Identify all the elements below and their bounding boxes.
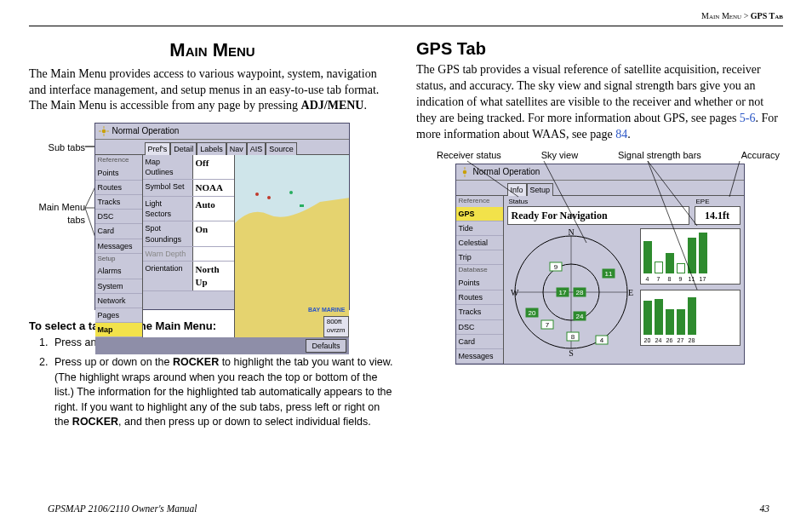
sidebar-item-system[interactable]: System bbox=[95, 279, 142, 294]
signal-bar-8 bbox=[666, 253, 674, 273]
setting-value[interactable]: Auto bbox=[192, 197, 234, 221]
sidebar-item-alarms[interactable]: Alarms bbox=[95, 264, 142, 279]
satellite-icon bbox=[460, 167, 470, 177]
signal-bar-28 bbox=[688, 297, 696, 335]
subtab-nav[interactable]: Nav bbox=[226, 142, 247, 155]
sidebar-item-messages[interactable]: Messages bbox=[456, 349, 503, 364]
sidebar-group: Reference bbox=[95, 155, 142, 166]
window-normal-operation: Normal Operation Pref'sDetailLabelsNavAI… bbox=[94, 123, 350, 310]
svg-text:24: 24 bbox=[575, 313, 583, 320]
svg-point-6 bbox=[255, 193, 259, 196]
setting-label: Spot Soundings bbox=[143, 221, 192, 245]
window2-title: Normal Operation bbox=[473, 166, 540, 178]
setting-label: Orientation bbox=[143, 262, 192, 290]
breadcrumb-path: Main Menu > bbox=[701, 11, 751, 20]
link-page-84[interactable]: 84 bbox=[615, 128, 627, 141]
setting-value[interactable]: North Up bbox=[192, 262, 234, 290]
sidebar-item-routes[interactable]: Routes bbox=[95, 181, 142, 195]
figure-gps-tab: Receiver status Sky view Signal strength… bbox=[416, 149, 783, 364]
sidebar-item-points[interactable]: Points bbox=[456, 276, 503, 290]
sidebar-item-network[interactable]: Network bbox=[95, 294, 142, 308]
signal-bars-bottom: 2024262728 bbox=[640, 290, 741, 346]
setting-value[interactable]: On bbox=[192, 221, 234, 245]
page-number: 43 bbox=[760, 503, 770, 514]
svg-text:9: 9 bbox=[553, 263, 558, 271]
setting-value[interactable]: Off bbox=[192, 155, 234, 179]
compass-w: W bbox=[511, 288, 519, 297]
svg-text:11: 11 bbox=[604, 270, 612, 278]
signal-bar-4 bbox=[643, 241, 652, 273]
window2-titlebar: Normal Operation bbox=[456, 164, 744, 181]
subtab-setup[interactable]: Setup bbox=[527, 183, 554, 196]
setting-value[interactable]: NOAA bbox=[192, 180, 234, 196]
subtab-ais[interactable]: AIS bbox=[247, 142, 266, 155]
sidebar-item-gps[interactable]: GPS bbox=[456, 207, 503, 221]
svg-point-8 bbox=[289, 191, 293, 194]
label-signal-bars: Signal strength bars bbox=[618, 149, 701, 162]
compass-e: E bbox=[628, 288, 633, 297]
epe-value: 14.1ft bbox=[695, 206, 741, 225]
subtabs-row: Pref'sDetailLabelsNavAISSource bbox=[95, 140, 349, 154]
manual-title: GPSMAP 2106/2110 Owner's Manual bbox=[48, 503, 197, 514]
label-sky-view: Sky view bbox=[541, 149, 578, 162]
signal-bar-24 bbox=[655, 299, 663, 335]
window-title: Normal Operation bbox=[112, 125, 180, 137]
setting-label: Map Outlines bbox=[143, 155, 192, 179]
svg-text:4: 4 bbox=[599, 336, 603, 344]
map-scale: 800ft ovrzm bbox=[323, 316, 349, 338]
subtab-labels[interactable]: Labels bbox=[197, 142, 226, 155]
svg-text:17: 17 bbox=[558, 289, 566, 296]
heading-main-menu: Main Menu bbox=[29, 37, 396, 63]
sky-view: N S W E 91117282072484 bbox=[507, 228, 635, 356]
label-accuracy: Accuracy bbox=[741, 149, 780, 162]
sidebar-item-celestial[interactable]: Celestial bbox=[456, 236, 503, 250]
sidebar-item-tracks[interactable]: Tracks bbox=[456, 305, 503, 319]
sidebar-item-dsc[interactable]: DSC bbox=[95, 210, 142, 224]
sidebar-item-routes[interactable]: Routes bbox=[456, 290, 503, 305]
epe-label: EPE bbox=[696, 198, 710, 207]
gps-sidebar: ReferenceGPSTideCelestialTripDatabasePoi… bbox=[456, 196, 504, 364]
svg-rect-9 bbox=[300, 204, 304, 207]
subtab-detail[interactable]: Detail bbox=[170, 142, 197, 155]
sidebar-item-messages[interactable]: Messages bbox=[95, 239, 142, 254]
svg-text:20: 20 bbox=[528, 309, 535, 317]
svg-text:28: 28 bbox=[575, 289, 583, 296]
heading-gps-tab: GPS Tab bbox=[416, 37, 783, 60]
defaults-button[interactable]: Defaults bbox=[306, 339, 346, 353]
sidebar-item-pages[interactable]: Pages bbox=[95, 308, 142, 323]
sidebar-item-card[interactable]: Card bbox=[95, 224, 142, 239]
sidebar-item-tracks[interactable]: Tracks bbox=[95, 195, 142, 210]
sidebar-item-tide[interactable]: Tide bbox=[456, 221, 503, 236]
sidebar-item-map[interactable]: Map bbox=[95, 323, 142, 337]
figure-main-menu: Sub tabs Main Menu tabs Normal Operation bbox=[29, 123, 396, 310]
sidebar-item-dsc[interactable]: DSC bbox=[456, 320, 503, 335]
svg-text:8: 8 bbox=[570, 333, 575, 341]
subtab-info[interactable]: Info bbox=[507, 183, 527, 196]
map-shapes bbox=[235, 155, 349, 337]
signal-bar-11 bbox=[688, 238, 696, 273]
signal-bar-9 bbox=[677, 263, 685, 273]
setting-value[interactable] bbox=[192, 247, 234, 261]
subtab-prefs[interactable]: Pref's bbox=[145, 142, 171, 155]
page-footer: GPSMAP 2106/2110 Owner's Manual 43 bbox=[48, 503, 769, 514]
status-value: Ready For Navigation bbox=[507, 206, 689, 225]
svg-point-7 bbox=[267, 196, 271, 199]
settings-panel: Map OutlinesOffSymbol SetNOAALight Secto… bbox=[143, 155, 235, 337]
signal-bar-20 bbox=[643, 301, 652, 335]
signal-bar-27 bbox=[677, 309, 685, 335]
setting-label: Warn Depth bbox=[143, 247, 192, 261]
signal-bar-7 bbox=[655, 262, 663, 273]
svg-point-10 bbox=[462, 170, 466, 175]
signal-bar-26 bbox=[666, 309, 674, 335]
sidebar-item-trip[interactable]: Trip bbox=[456, 250, 503, 265]
sidebar-item-card[interactable]: Card bbox=[456, 335, 503, 349]
subtab-source[interactable]: Source bbox=[266, 142, 297, 155]
breadcrumb-current: GPS Tab bbox=[751, 11, 783, 20]
sidebar-item-points[interactable]: Points bbox=[95, 166, 142, 181]
status-label: Status bbox=[509, 198, 529, 207]
header-rule bbox=[29, 26, 783, 26]
main-menu-intro: The Main Menu provides access to various… bbox=[29, 66, 396, 115]
link-pages-5-6[interactable]: 5-6 bbox=[740, 112, 756, 124]
main-menu-tabs-sidebar: ReferencePointsRoutesTracksDSCCardMessag… bbox=[95, 155, 143, 337]
sidebar-group: Reference bbox=[456, 196, 503, 207]
